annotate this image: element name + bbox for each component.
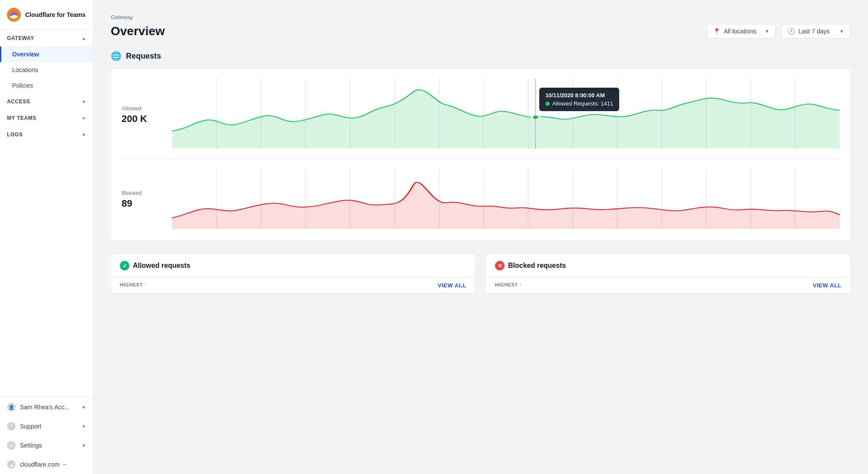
- allowed-chart: 10/11/2020 8:00:00 AM Allowed Requests: …: [172, 79, 840, 150]
- blocked-chart-area: Blocked 89: [122, 168, 840, 230]
- sidebar-cloudflare-link[interactable]: ☁ cloudflare.com →: [0, 455, 93, 474]
- blocked-label: Blocked: [122, 190, 165, 196]
- blocked-requests-card: ✕ Blocked requests HIGHEST ↑ View all: [486, 253, 851, 294]
- app-logo[interactable]: Cloudflare for Teams: [0, 0, 93, 30]
- sidebar-myteams-section: MY TEAMS ▼: [0, 110, 93, 126]
- blocked-value: 89: [122, 198, 165, 209]
- clock-icon: 🕐: [788, 28, 795, 35]
- chevron-down-icon: ▼: [82, 116, 86, 121]
- svg-point-6: [15, 13, 18, 16]
- page-header: Overview 📍 All locations ▼ 🕐 Last 7 days…: [111, 24, 851, 39]
- app-name: Cloudflare for Teams: [25, 11, 86, 18]
- blocked-status-icon: ✕: [495, 261, 505, 270]
- cloudflare-logo-icon: [7, 8, 21, 22]
- sidebar-logs-section: LOGS ▼: [0, 126, 93, 143]
- svg-point-5: [12, 12, 16, 15]
- page-controls: 📍 All locations ▼ 🕐 Last 7 days ▼: [706, 24, 851, 39]
- svg-point-4: [10, 13, 13, 16]
- allowed-chart-area: Allowed 200 K: [122, 79, 840, 150]
- blocked-label-col: Blocked 89: [122, 168, 165, 230]
- allowed-requests-title: ✓ Allowed requests: [120, 261, 190, 270]
- locations-chevron-icon: ▼: [765, 29, 769, 34]
- sidebar-support-item[interactable]: ? Support ▼: [0, 417, 93, 436]
- timerange-dropdown[interactable]: 🕐 Last 7 days ▼: [781, 24, 851, 39]
- chevron-down-icon: ▼: [82, 99, 86, 104]
- support-chevron-icon: ▼: [82, 424, 86, 429]
- timerange-label: Last 7 days: [799, 28, 830, 35]
- locations-dropdown[interactable]: 📍 All locations ▼: [706, 24, 776, 39]
- blocked-requests-title: ✕ Blocked requests: [495, 261, 566, 270]
- allowed-svg: [172, 79, 840, 148]
- settings-icon: ⚙: [7, 441, 16, 450]
- sidebar-access-section: ACCESS ▼: [0, 93, 93, 110]
- requests-chart-card: Allowed 200 K: [111, 68, 851, 241]
- sidebar-gateway-label: GATEWAY: [7, 35, 34, 41]
- chevron-up-icon: ▲: [82, 36, 86, 41]
- sidebar-gateway-section: GATEWAY ▲ Overview Locations Policies: [0, 30, 93, 93]
- allowed-value: 200 K: [122, 113, 165, 125]
- settings-label: Settings: [20, 442, 42, 449]
- cloudflare-label: cloudflare.com →: [20, 461, 67, 468]
- sidebar-bottom: 👤 Sam Rhea's Acc... ▼ ? Support ▼ ⚙ Sett…: [0, 397, 93, 474]
- sidebar-item-locations[interactable]: Locations: [0, 62, 93, 78]
- blocked-requests-header: ✕ Blocked requests: [486, 254, 850, 278]
- sidebar-item-overview[interactable]: Overview: [0, 46, 93, 62]
- blocked-chart: [172, 168, 840, 230]
- breadcrumb: Gateway: [111, 14, 851, 20]
- sidebar-logs-label: LOGS: [7, 132, 23, 138]
- sidebar-gateway-toggle[interactable]: GATEWAY ▲: [0, 30, 93, 46]
- blocked-svg: [172, 168, 840, 229]
- cloudflare-icon: ☁: [7, 460, 16, 469]
- sidebar-myteams-toggle[interactable]: MY TEAMS ▼: [0, 110, 93, 126]
- sidebar-settings-item[interactable]: ⚙ Settings ▼: [0, 436, 93, 455]
- blocked-table-header: HIGHEST ↑ View all: [486, 278, 850, 293]
- allowed-highest-col: HIGHEST ↑: [120, 282, 147, 289]
- allowed-label: Allowed: [122, 105, 165, 112]
- account-label: Sam Rhea's Acc...: [20, 404, 69, 411]
- main-content: Gateway Overview 📍 All locations ▼ 🕐 Las…: [93, 0, 868, 474]
- locations-label: All locations: [724, 28, 756, 35]
- sidebar: Cloudflare for Teams GATEWAY ▲ Overview …: [0, 0, 93, 474]
- account-chevron-icon: ▼: [82, 405, 86, 410]
- page-title: Overview: [111, 24, 165, 38]
- support-label: Support: [20, 423, 41, 430]
- sidebar-myteams-label: MY TEAMS: [7, 115, 36, 121]
- sidebar-account-item[interactable]: 👤 Sam Rhea's Acc... ▼: [0, 398, 93, 417]
- sidebar-access-label: ACCESS: [7, 99, 30, 105]
- bottom-grid: ✓ Allowed requests HIGHEST ↑ View all ✕ …: [111, 253, 851, 294]
- settings-chevron-icon: ▼: [82, 443, 86, 448]
- allowed-status-icon: ✓: [120, 261, 129, 270]
- blocked-view-all-link[interactable]: View all: [813, 282, 842, 289]
- allowed-label-col: Allowed 200 K: [122, 79, 165, 150]
- location-pin-icon: 📍: [713, 28, 720, 35]
- sidebar-logs-toggle[interactable]: LOGS ▼: [0, 126, 93, 143]
- account-icon: 👤: [7, 403, 16, 411]
- sidebar-item-policies[interactable]: Policies: [0, 78, 93, 93]
- requests-section-header: 🌐 Requests: [111, 51, 851, 61]
- chevron-down-icon: ▼: [82, 132, 86, 137]
- allowed-requests-card: ✓ Allowed requests HIGHEST ↑ View all: [111, 253, 475, 294]
- blocked-highest-col: HIGHEST ↑: [495, 282, 522, 289]
- chart-divider: [122, 159, 840, 159]
- allowed-view-all-link[interactable]: View all: [438, 282, 466, 289]
- sidebar-access-toggle[interactable]: ACCESS ▼: [0, 93, 93, 110]
- allowed-requests-header: ✓ Allowed requests: [111, 254, 475, 278]
- requests-title: Requests: [126, 52, 161, 61]
- allowed-table-header: HIGHEST ↑ View all: [111, 278, 475, 293]
- globe-icon: 🌐: [111, 51, 122, 61]
- timerange-chevron-icon: ▼: [839, 29, 844, 34]
- support-icon: ?: [7, 422, 16, 431]
